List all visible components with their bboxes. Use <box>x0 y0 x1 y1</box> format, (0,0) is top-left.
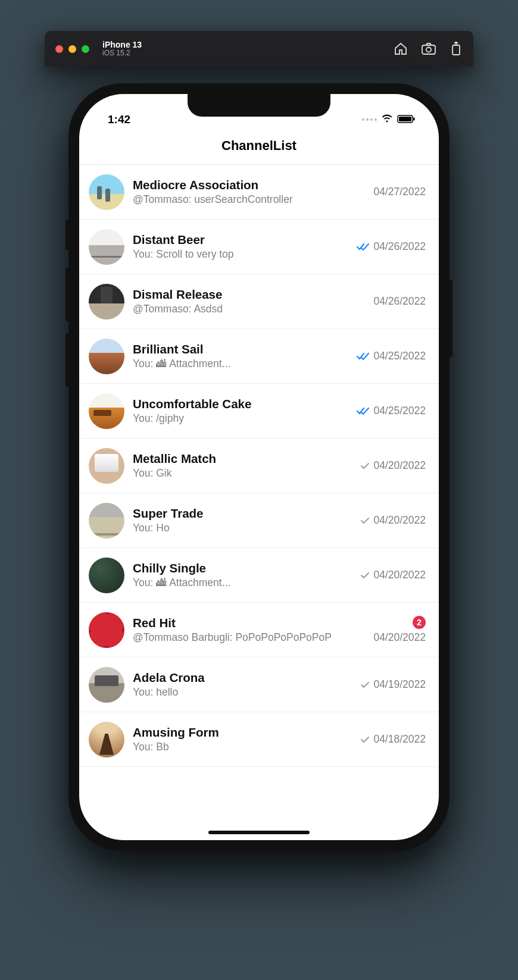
channel-row[interactable]: Adela CronaYou: hello04/19/2022 <box>79 657 439 712</box>
avatar <box>89 667 124 703</box>
notch <box>188 94 330 117</box>
channel-meta: 04/26/2022 <box>357 240 426 253</box>
device-name: iPhone 13 <box>102 40 142 49</box>
channel-subtitle: @Tommaso: Asdsd <box>133 303 365 315</box>
channel-subtitle: You: /giphy <box>133 412 348 425</box>
avatar <box>89 339 124 374</box>
sent-check-icon <box>360 572 370 579</box>
read-receipt-icon <box>357 352 370 361</box>
channel-meta: 04/18/2022 <box>360 733 426 746</box>
channel-content: Uncomfortable CakeYou: /giphy <box>133 397 348 425</box>
battery-icon <box>397 113 415 126</box>
svg-rect-2 <box>453 45 460 55</box>
channel-title: Dismal Release <box>133 287 365 302</box>
channel-title: Super Trade <box>133 506 352 521</box>
channel-content: Chilly SingleYou: 🏙 Attachment... <box>133 561 352 589</box>
simulator-toolbar: iPhone 13 iOS 15.2 <box>45 31 473 67</box>
home-indicator[interactable] <box>208 831 310 834</box>
channel-meta: 04/26/2022 <box>373 295 426 308</box>
channel-title: Chilly Single <box>133 561 352 575</box>
channel-meta: 04/19/2022 <box>360 678 426 691</box>
channel-subtitle: You: Bb <box>133 741 352 753</box>
volume-down-button[interactable] <box>65 333 69 387</box>
read-receipt-icon <box>357 243 370 251</box>
channel-subtitle: @Tommaso Barbugli: PoPoPoPoPoPoPoP <box>133 631 365 644</box>
power-button[interactable] <box>449 280 453 357</box>
channel-meta: 04/25/2022 <box>357 405 426 417</box>
svg-rect-0 <box>422 45 435 54</box>
avatar <box>89 448 124 484</box>
wifi-icon <box>381 113 393 126</box>
channel-title: Mediocre Association <box>133 178 365 192</box>
channel-row[interactable]: Amusing FormYou: Bb04/18/2022 <box>79 712 439 767</box>
channel-meta: 204/20/2022 <box>373 616 426 644</box>
channel-date: 04/20/2022 <box>373 459 426 472</box>
channel-date: 04/18/2022 <box>373 733 426 746</box>
channel-row[interactable]: Brilliant SailYou: 🏙 Attachment...04/25/… <box>79 329 439 384</box>
channel-content: Mediocre Association@Tommaso: userSearch… <box>133 178 365 206</box>
device-frame: 1:42 ChannelList Mediocre Association@To… <box>68 83 450 851</box>
channel-list[interactable]: Mediocre Association@Tommaso: userSearch… <box>79 165 439 840</box>
avatar <box>89 612 124 648</box>
sent-check-icon <box>360 517 370 524</box>
avatar <box>89 174 124 210</box>
avatar <box>89 393 124 429</box>
minimize-window-button[interactable] <box>68 45 76 53</box>
channel-content: Brilliant SailYou: 🏙 Attachment... <box>133 342 348 370</box>
home-icon[interactable] <box>394 42 408 56</box>
channel-row[interactable]: Chilly SingleYou: 🏙 Attachment...04/20/2… <box>79 548 439 603</box>
status-time: 1:42 <box>108 113 130 126</box>
channel-title: Adela Crona <box>133 671 352 685</box>
status-right <box>362 113 415 126</box>
channel-subtitle: You: Ho <box>133 522 352 534</box>
channel-title: Red Hit <box>133 616 365 630</box>
channel-date: 04/26/2022 <box>373 295 426 308</box>
channel-content: Metallic MatchYou: Gik <box>133 452 352 480</box>
svg-rect-5 <box>413 118 415 121</box>
avatar <box>89 229 124 265</box>
traffic-lights <box>55 45 89 53</box>
channel-subtitle: @Tommaso: userSearchController <box>133 193 365 206</box>
channel-content: Adela CronaYou: hello <box>133 671 352 699</box>
channel-title: Uncomfortable Cake <box>133 397 348 411</box>
rotate-icon[interactable] <box>450 42 463 56</box>
os-version: iOS 15.2 <box>102 49 142 58</box>
channel-date: 04/27/2022 <box>373 186 426 198</box>
close-window-button[interactable] <box>55 45 63 53</box>
cellular-icon <box>362 118 377 121</box>
channel-meta: 04/20/2022 <box>360 459 426 472</box>
svg-point-1 <box>426 48 431 52</box>
channel-row[interactable]: Distant BeerYou: Scroll to very top04/26… <box>79 220 439 274</box>
avatar <box>89 722 124 757</box>
simulator-title: iPhone 13 iOS 15.2 <box>102 40 142 58</box>
mute-switch[interactable] <box>65 220 69 250</box>
channel-meta: 04/20/2022 <box>360 514 426 527</box>
channel-subtitle: You: Scroll to very top <box>133 248 348 261</box>
channel-content: Super TradeYou: Ho <box>133 506 352 534</box>
channel-meta: 04/20/2022 <box>360 569 426 581</box>
channel-row[interactable]: Super TradeYou: Ho04/20/2022 <box>79 493 439 548</box>
screenshot-icon[interactable] <box>421 42 436 56</box>
channel-row[interactable]: Metallic MatchYou: Gik04/20/2022 <box>79 439 439 493</box>
read-receipt-icon <box>357 407 370 415</box>
channel-date: 04/26/2022 <box>373 240 426 253</box>
channel-row[interactable]: Uncomfortable CakeYou: /giphy04/25/2022 <box>79 384 439 439</box>
channel-title: Metallic Match <box>133 452 352 466</box>
avatar <box>89 503 124 538</box>
zoom-window-button[interactable] <box>82 45 89 53</box>
channel-date: 04/20/2022 <box>373 569 426 581</box>
channel-date: 04/19/2022 <box>373 678 426 691</box>
channel-content: Amusing FormYou: Bb <box>133 725 352 753</box>
channel-row[interactable]: Dismal Release@Tommaso: Asdsd04/26/2022 <box>79 274 439 329</box>
volume-up-button[interactable] <box>65 268 69 321</box>
channel-row[interactable]: Red Hit@Tommaso Barbugli: PoPoPoPoPoPoPo… <box>79 603 439 657</box>
channel-content: Red Hit@Tommaso Barbugli: PoPoPoPoPoPoPo… <box>133 616 365 644</box>
channel-meta: 04/25/2022 <box>357 350 426 362</box>
channel-date: 04/25/2022 <box>373 405 426 417</box>
channel-row[interactable]: Mediocre Association@Tommaso: userSearch… <box>79 165 439 220</box>
channel-title: Amusing Form <box>133 725 352 740</box>
channel-meta: 04/27/2022 <box>373 186 426 198</box>
channel-content: Dismal Release@Tommaso: Asdsd <box>133 287 365 315</box>
channel-title: Distant Beer <box>133 233 348 247</box>
sent-check-icon <box>360 462 370 469</box>
